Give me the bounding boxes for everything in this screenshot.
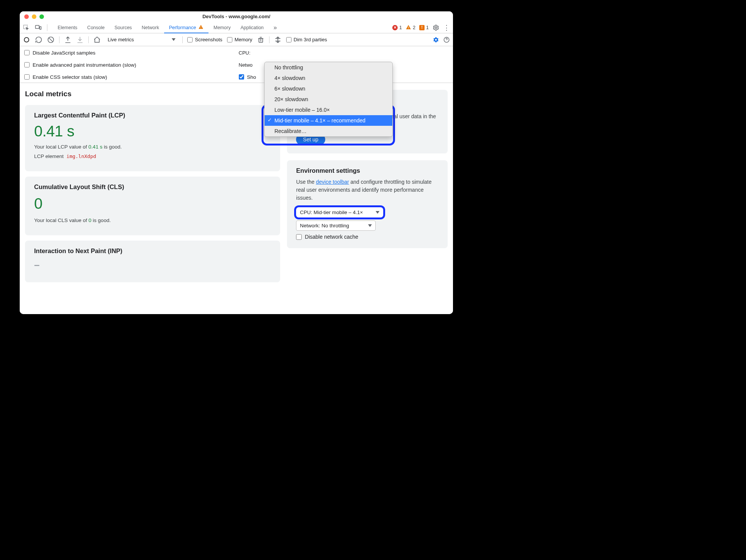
svg-rect-4 (201, 28, 201, 28)
inp-card: Interaction to Next Paint (INP) – (25, 241, 280, 282)
device-toolbar-link[interactable]: device toolbar (316, 179, 349, 185)
enable-paint-instrumentation-checkbox[interactable]: Enable advanced paint instrumentation (s… (24, 61, 232, 69)
inp-title: Interaction to Next Paint (INP) (34, 247, 271, 255)
separator (59, 36, 60, 43)
disable-network-cache-checkbox[interactable]: Disable network cache (296, 234, 439, 240)
download-icon[interactable] (76, 36, 84, 44)
screenshots-checkbox[interactable]: Screenshots (187, 37, 222, 42)
separator (88, 36, 89, 43)
tab-performance[interactable]: Performance (164, 22, 209, 33)
zoom-window-button[interactable] (39, 14, 44, 19)
local-metrics-heading: Local metrics (25, 90, 280, 98)
collapse-icon[interactable] (274, 36, 282, 44)
env-heading: Environment settings (296, 167, 439, 174)
settings-gear-icon[interactable] (433, 24, 439, 31)
performance-toolbar: Live metrics Screenshots Memory Dim 3rd … (20, 33, 453, 46)
cls-value: 0 (34, 195, 271, 212)
metrics-mode-select[interactable]: Live metrics (105, 36, 178, 43)
metrics-mode-label: Live metrics (108, 37, 134, 42)
reload-button[interactable] (35, 36, 42, 44)
tab-network[interactable]: Network (137, 22, 164, 33)
separator (47, 24, 47, 31)
enable-css-selector-stats-checkbox[interactable]: Enable CSS selector stats (slow) (24, 73, 232, 81)
menu-item-no-throttling[interactable]: No throttling (265, 62, 392, 73)
svg-rect-6 (408, 28, 409, 28)
inp-value: – (34, 259, 271, 271)
menu-item-6x[interactable]: 6× slowdown (265, 83, 392, 94)
upload-icon[interactable] (64, 36, 72, 44)
cpu-throttle-value: CPU: Mid-tier mobile – 4.1× (300, 210, 363, 215)
home-icon[interactable] (93, 36, 101, 44)
titlebar: DevTools - www.google.com/ (20, 11, 453, 22)
tabs-bar: Elements Console Sources Network Perform… (20, 22, 453, 33)
tab-sources[interactable]: Sources (110, 22, 137, 33)
separator (269, 36, 270, 43)
close-window-button[interactable] (24, 14, 29, 19)
dim-third-parties-checkbox[interactable]: Dim 3rd parties (286, 37, 327, 42)
memory-checkbox[interactable]: Memory (227, 37, 252, 42)
tab-elements[interactable]: Elements (53, 22, 82, 33)
gc-icon[interactable] (257, 36, 265, 44)
menu-item-20x[interactable]: 20× slowdown (265, 94, 392, 105)
cpu-label: CPU: (239, 50, 251, 56)
disable-js-samples-checkbox[interactable]: Disable JavaScript samples (24, 48, 232, 57)
issue-count-badge[interactable]: !1 (419, 25, 429, 30)
devtools-window: DevTools - www.google.com/ Elements Cons… (20, 11, 453, 314)
warning-triangle-icon (198, 24, 204, 31)
svg-rect-5 (408, 27, 409, 28)
lcp-description: Your local LCP value of 0.41 s is good. (34, 144, 271, 150)
lcp-element-row: LCP element img.lnXdpd (34, 153, 271, 159)
kebab-menu-icon[interactable]: ⋮ (443, 24, 450, 31)
device-toolbar-icon[interactable] (35, 24, 42, 31)
menu-item-4x[interactable]: 4× slowdown (265, 73, 392, 83)
svg-rect-3 (201, 27, 201, 28)
network-throttle-value: Network: No throttling (300, 223, 349, 228)
lcp-card: Largest Contentful Paint (LCP) 0.41 s Yo… (25, 105, 280, 171)
network-throttle-select[interactable]: Network: No throttling (296, 221, 376, 231)
tab-memory[interactable]: Memory (208, 22, 235, 33)
panel-tabs: Elements Console Sources Network Perform… (53, 22, 282, 33)
svg-rect-2 (40, 27, 41, 30)
network-label: Netwo (239, 62, 253, 68)
clear-button[interactable] (47, 36, 55, 44)
cls-description: Your local CLS value of 0 is good. (34, 217, 271, 223)
cls-title: Cumulative Layout Shift (CLS) (34, 183, 271, 191)
svg-point-7 (435, 27, 437, 28)
tab-console[interactable]: Console (82, 22, 110, 33)
more-tabs-button[interactable]: » (269, 22, 282, 33)
window-title: DevTools - www.google.com/ (20, 14, 453, 19)
cls-card: Cumulative Layout Shift (CLS) 0 Your loc… (25, 177, 280, 235)
minimize-window-button[interactable] (32, 14, 36, 19)
window-controls (20, 14, 44, 19)
environment-settings-card: Environment settings Use the device tool… (287, 160, 448, 248)
lcp-value: 0.41 s (34, 124, 271, 139)
chevron-down-icon (368, 224, 372, 227)
env-description: Use the device toolbar and configure thr… (296, 178, 439, 202)
chevron-down-icon (172, 38, 176, 41)
tab-application[interactable]: Application (235, 22, 268, 33)
chevron-down-icon (376, 211, 379, 214)
warning-icon (406, 24, 411, 31)
separator (182, 36, 183, 43)
svg-rect-1 (36, 25, 39, 28)
lcp-element-label: LCP element (34, 153, 64, 159)
capture-settings-gear-icon[interactable] (433, 36, 439, 43)
cpu-throttle-select[interactable]: CPU: Mid-tier mobile – 4.1× (296, 207, 383, 217)
cpu-throttle-menu[interactable]: No throttling 4× slowdown 6× slowdown 20… (264, 62, 393, 137)
lcp-element-ref[interactable]: img.lnXdpd (66, 153, 96, 159)
inspect-element-icon[interactable] (23, 24, 30, 31)
cpu-throttle-row: CPU: (239, 48, 449, 57)
error-count-badge[interactable]: ✕1 (392, 25, 402, 30)
menu-item-recalibrate[interactable]: Recalibrate… (265, 126, 392, 136)
help-icon[interactable] (443, 36, 450, 43)
menu-item-mid-tier[interactable]: Mid-tier mobile – 4.1× – recommended (265, 115, 392, 126)
warning-count-badge[interactable]: 2 (406, 24, 415, 31)
menu-item-low-tier[interactable]: Low-tier mobile – 16.0× (265, 105, 392, 115)
lcp-title: Largest Contentful Paint (LCP) (34, 112, 271, 119)
record-button[interactable] (23, 36, 30, 44)
